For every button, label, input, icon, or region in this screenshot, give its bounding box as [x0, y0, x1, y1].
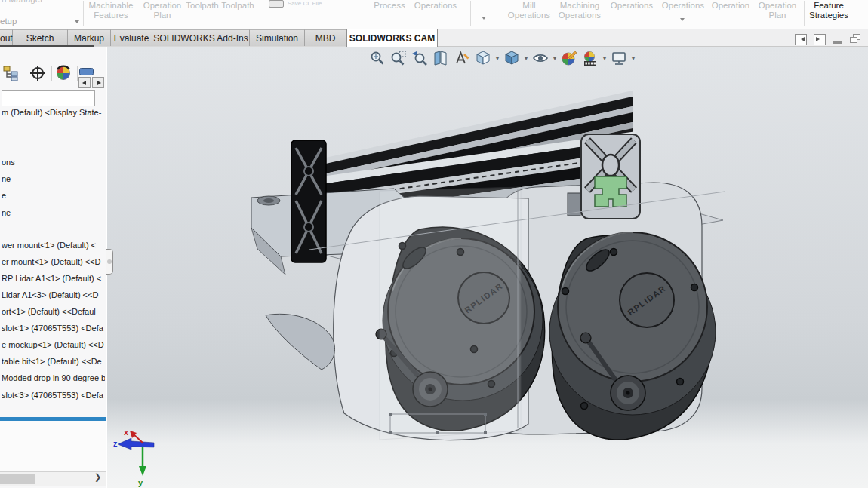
graphics-viewport[interactable]: RPLIDAR RPLIDAR: [107, 47, 868, 488]
zoom-to-area-button[interactable]: [389, 49, 408, 67]
operations-button-2[interactable]: Operations: [611, 1, 653, 11]
tree-item-upper-mount[interactable]: er mount<1> (Default) <<D: [2, 256, 105, 268]
tree-item-annotations[interactable]: ons: [2, 156, 105, 168]
cam-ribbon: n Manager etup Save CL File MachinableFe…: [0, 0, 868, 29]
operation-button[interactable]: Operation: [712, 1, 750, 11]
cam-tree-icon: [79, 68, 94, 75]
save-cl-file-label[interactable]: Save CL File: [288, 0, 322, 7]
machinable-features-button[interactable]: MachinableFeatures: [89, 1, 134, 20]
mill-operations-button[interactable]: MillOperations: [508, 1, 550, 20]
display-manager-tab[interactable]: [54, 65, 77, 83]
tree-item-support[interactable]: ort<1> (Default) <<Defaul: [2, 305, 105, 318]
view-orientation-icon: [475, 50, 491, 66]
view-orientation-dropdown-caret-icon[interactable]: ▾: [495, 55, 500, 62]
tree-item-lower-mount[interactable]: wer mount<1> (Default) <: [2, 239, 105, 251]
tree-item-mockup[interactable]: e mockup<1> (Default) <<D: [2, 339, 105, 351]
edit-appearance-icon: [561, 50, 577, 66]
scrollbar-right-arrow-icon[interactable]: ❯: [94, 472, 101, 482]
ribbon-separator: [411, 1, 411, 26]
triad-y-label: y: [138, 478, 143, 487]
panel-tabs-scroll-left-button[interactable]: [78, 77, 91, 88]
zoom-to-fit-button[interactable]: [368, 49, 386, 67]
tree-item-slot-3[interactable]: slot<3> (47065T553) <Defa: [2, 389, 105, 401]
edit-appearance-button[interactable]: [560, 49, 578, 67]
save-cl-file-icon[interactable]: [269, 0, 284, 8]
apply-scene-dropdown-caret-icon[interactable]: ▾: [602, 55, 607, 62]
view-settings-icon: [611, 50, 627, 66]
tree-item-plane-3[interactable]: ne: [2, 207, 105, 219]
tab-markup[interactable]: Markup: [68, 29, 111, 46]
previous-view-icon: [411, 50, 428, 66]
tab-simulation[interactable]: Simulation: [250, 29, 305, 46]
tab-layout-partial[interactable]: out: [0, 29, 13, 46]
tab-solidworks-cam[interactable]: SOLIDWORKS CAM: [346, 29, 438, 47]
toolpath-button-2[interactable]: Toolpath: [221, 1, 254, 11]
triad-z-label: z: [113, 439, 118, 448]
ribbon-separator: [804, 1, 805, 26]
scroll-right-icon: [97, 81, 101, 85]
display-style-button[interactable]: [503, 49, 521, 67]
view-orientation-button[interactable]: [474, 49, 492, 67]
hide-show-items-icon: [532, 50, 549, 66]
panel-tabs-scroll-right-button[interactable]: [92, 77, 104, 88]
previous-view-button[interactable]: [411, 49, 429, 67]
ribbon-left-line1: n Manager: [2, 0, 43, 4]
panel-lower-pane: [0, 421, 106, 471]
feature-tree-tab[interactable]: [2, 65, 24, 83]
feature-tree-icon: [2, 65, 20, 81]
scrollbar-thumb[interactable]: [0, 474, 35, 484]
section-view-button[interactable]: [432, 49, 450, 67]
display-style-dropdown-caret-icon[interactable]: ▾: [524, 55, 528, 62]
zoom-to-area-icon: [390, 50, 407, 66]
ribbon-left-line2[interactable]: etup: [0, 17, 17, 26]
annotation-views-button[interactable]: [453, 49, 471, 67]
process-button[interactable]: Process: [374, 1, 405, 11]
tree-item-modded-drop[interactable]: Modded drop in 90 degree b: [2, 372, 105, 384]
view-settings-button[interactable]: [610, 49, 628, 67]
annotation-views-icon: [454, 50, 470, 66]
hide-show-dropdown-caret-icon[interactable]: ▾: [553, 55, 557, 62]
tree-item-plane-1[interactable]: ne: [2, 173, 105, 185]
triad-x-label: x: [124, 428, 129, 437]
tree-item-assembly-root[interactable]: m (Default) <Display State-: [2, 106, 105, 118]
operation-plan-button[interactable]: OperationPlan: [143, 1, 182, 20]
display-colorwheel-icon: [54, 65, 72, 81]
toolpath-button[interactable]: Toolpath: [186, 1, 218, 11]
tree-item-rp-lidar-3[interactable]: Lidar A1<3> (Default) <<D: [2, 289, 105, 301]
pane-next-button[interactable]: [814, 34, 826, 45]
operations-dropdown-caret-icon[interactable]: [482, 17, 486, 20]
feature-strategies-button[interactable]: FeatureStrategies: [809, 1, 848, 20]
operations-button[interactable]: Operations: [414, 1, 457, 11]
minimize-button[interactable]: [833, 34, 845, 45]
zoom-to-fit-icon: [369, 50, 386, 66]
target-icon: [29, 65, 47, 81]
tab-evaluate[interactable]: Evaluate: [111, 29, 152, 46]
hide-show-items-button[interactable]: [531, 49, 549, 67]
tree-item-rp-lidar-1[interactable]: RP Lidar A1<1> (Default) <: [2, 272, 105, 284]
tree-item-slot-1[interactable]: slot<1> (47065T553) <Defa: [2, 322, 105, 334]
operations-button-3[interactable]: Operations: [662, 1, 704, 11]
tab-solidworks-add-ins[interactable]: SOLIDWORKS Add-Ins: [152, 29, 250, 46]
panel-collapse-handle[interactable]: [106, 249, 113, 275]
display-style-icon: [503, 50, 520, 66]
minimize-icon: [833, 41, 842, 44]
pane-previous-button[interactable]: [795, 34, 807, 45]
heads-up-view-toolbar: ▾ ▾ ▾: [368, 48, 636, 68]
apply-scene-button[interactable]: [581, 49, 599, 67]
featuremanager-panel: m (Default) <Display State- ons ne e ne …: [0, 47, 106, 488]
operation-plan-button-2[interactable]: OperationPlan: [759, 1, 797, 20]
scroll-left-icon: [82, 81, 86, 85]
section-view-icon: [432, 50, 449, 66]
property-manager-tab[interactable]: [29, 65, 51, 83]
tab-sketch[interactable]: Sketch: [13, 29, 68, 46]
restore-window-button[interactable]: [850, 34, 862, 45]
tab-mbd[interactable]: MBD: [305, 29, 346, 46]
operations-dropdown-caret-icon-2[interactable]: [680, 18, 685, 21]
setup-dropdown-caret-icon[interactable]: [75, 20, 79, 23]
machining-operations-button[interactable]: MachiningOperations: [559, 1, 601, 20]
view-settings-dropdown-caret-icon[interactable]: ▾: [631, 55, 636, 62]
tree-item-plane-2[interactable]: e: [2, 189, 105, 201]
tree-filter-input[interactable]: [2, 90, 95, 106]
model-extrusion-endcap-left[interactable]: [291, 140, 326, 262]
tree-item-table-bit[interactable]: table bit<1> (Default) <<De: [2, 355, 105, 367]
